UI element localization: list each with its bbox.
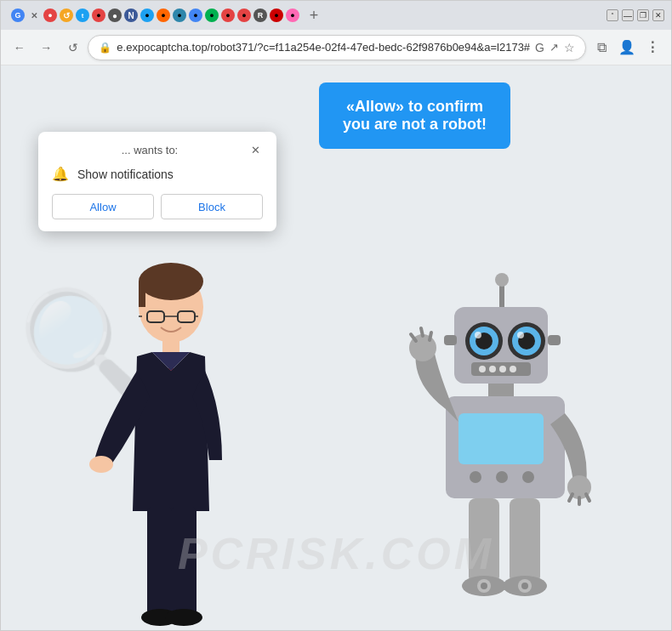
svg-line-47 [586,494,589,501]
url-text: e.expocaptcha.top/robot371/?c=f11a254e-0… [117,41,530,54]
svg-line-43 [430,333,431,340]
captcha-line1: «Allow» to confirm [343,98,487,116]
svg-point-38 [496,471,508,483]
tab-icons-row: G ✕ ● ↺ t ● ● N ● ● ● ● ● ● ● R ● ● + [8,1,329,30]
tab-favicon-red4[interactable]: ● [237,9,251,22]
url-bar[interactable]: 🔒 e.expocaptcha.top/robot371/?c=f11a254e… [88,35,586,60]
svg-rect-36 [458,413,544,464]
svg-line-45 [569,494,572,501]
svg-rect-2 [139,281,145,307]
svg-rect-49 [510,498,540,583]
tab-favicon-red2[interactable]: ● [92,9,105,22]
tab-favicon-g[interactable]: G [11,9,25,22]
share-icon[interactable]: ↗ [550,41,559,54]
popup-header: ... wants to: ✕ [52,142,263,157]
tab-favicon-n[interactable]: N [124,9,138,22]
tab-close-x[interactable]: ✕ [27,9,41,22]
svg-point-30 [479,366,486,372]
popup-notification-row: 🔔 Show notifications [52,166,263,182]
svg-rect-28 [548,335,561,345]
show-notifications-label: Show notifications [77,168,174,181]
svg-line-42 [421,328,423,336]
svg-point-32 [499,366,506,372]
block-button[interactable]: Block [161,194,263,219]
svg-line-41 [411,334,416,341]
svg-point-26 [517,332,524,338]
svg-point-1 [139,263,203,300]
tab-favicon-reload[interactable]: ↺ [60,9,73,22]
lock-icon: 🔒 [99,42,111,54]
svg-rect-12 [147,507,173,617]
svg-point-54 [481,583,487,589]
svg-point-39 [522,471,534,483]
forward-button[interactable]: → [34,36,57,60]
tab-favicon-gray1[interactable]: ● [108,9,122,22]
tab-favicon-blue3[interactable]: ● [189,9,202,22]
window-minimize-button[interactable]: — [622,9,634,21]
svg-point-15 [165,609,202,626]
popup-wants-label: ... wants to: [52,144,248,156]
tab-favicon-blue1[interactable]: t [76,9,89,22]
tab-favicon-red1[interactable]: ● [43,9,57,22]
page-content: 🔍 «Allow» to confirm you are not a robot… [1,65,671,630]
browser-window: G ✕ ● ↺ t ● ● N ● ● ● ● ● ● ● R ● ● + [0,0,672,631]
tab-favicon-pink[interactable]: ● [286,9,299,22]
svg-rect-34 [488,384,514,397]
address-bar: ← → ↺ 🔒 e.expocaptcha.top/robot371/?c=f1… [1,30,671,65]
tab-favicon-green[interactable]: ● [205,9,219,22]
profile-button[interactable]: 👤 [615,36,639,60]
popup-buttons: Allow Block [52,194,263,219]
window-collapse-button[interactable]: ˄ [607,9,618,21]
tab-favicon-r[interactable]: R [253,9,267,22]
bell-icon: 🔔 [52,166,69,182]
notification-popup: ... wants to: ✕ 🔔 Show notifications All… [38,132,276,231]
extensions-button[interactable]: ⧉ [589,36,613,60]
tab-favicon-red3[interactable]: ● [221,9,235,22]
svg-point-11 [89,456,113,473]
window-controls: ˄ — ❐ ✕ [607,9,664,21]
allow-button[interactable]: Allow [52,194,154,219]
window-restore-button[interactable]: ❐ [637,9,649,21]
google-icon[interactable]: G [535,41,544,54]
new-tab-button[interactable]: + [302,3,326,27]
svg-point-33 [510,366,516,372]
svg-point-17 [495,273,509,287]
reload-button[interactable]: ↺ [61,36,84,60]
toolbar-icons: ⧉ 👤 ⋮ [589,36,664,60]
title-bar: G ✕ ● ↺ t ● ● N ● ● ● ● ● ● ● R ● ● + [1,1,671,30]
tab-favicon-teal[interactable]: ● [173,9,186,22]
window-close-button[interactable]: ✕ [652,9,664,21]
svg-point-31 [489,366,496,372]
tab-favicon-blue2[interactable]: ● [140,9,154,22]
tab-favicon-red5[interactable]: ● [270,9,283,22]
url-icons: G ↗ ☆ [535,41,575,54]
svg-rect-27 [444,335,457,345]
menu-button[interactable]: ⋮ [641,36,664,60]
captcha-banner: «Allow» to confirm you are not a robot! [319,82,510,149]
watermark-text: PCRISK.COM [178,528,494,579]
svg-point-55 [521,583,528,589]
bookmark-icon[interactable]: ☆ [564,41,575,54]
svg-point-37 [470,471,481,483]
svg-point-25 [475,332,481,338]
captcha-line2: you are not a robot! [343,116,487,134]
tab-favicon-orange[interactable]: ● [157,9,170,22]
back-button[interactable]: ← [8,36,31,60]
tab-bar: G ✕ ● ↺ t ● ● N ● ● ● ● ● ● ● R ● ● + [8,1,596,30]
popup-close-button[interactable]: ✕ [248,142,263,157]
